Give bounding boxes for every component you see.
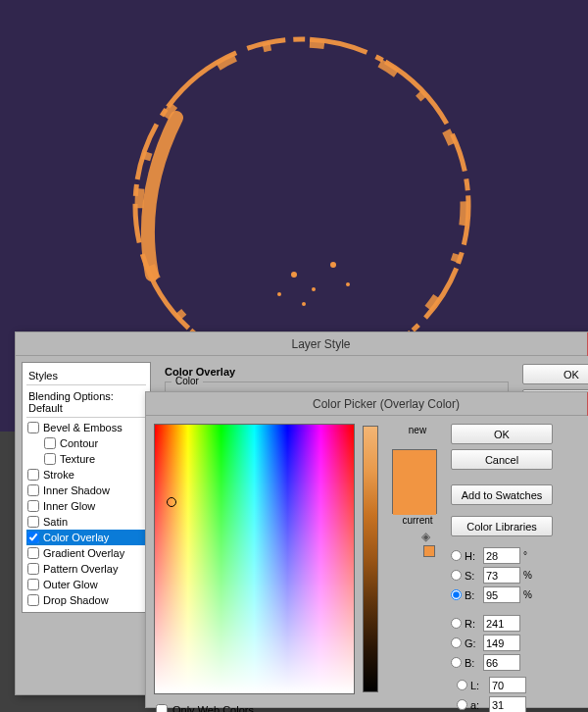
ok-button[interactable]: OK (451, 424, 553, 444)
r-radio[interactable] (451, 618, 462, 629)
layer-style-title: Layer Style (291, 337, 350, 351)
new-label: new (392, 425, 443, 435)
s-input[interactable] (483, 567, 520, 584)
new-color-swatch (393, 450, 436, 483)
style-item-gradient-overlay[interactable]: Gradient Overlay (26, 545, 146, 561)
section-title: Color Overlay (165, 366, 509, 378)
color-preview[interactable] (392, 449, 437, 514)
style-item-color-overlay[interactable]: Color Overlay (26, 530, 146, 545)
layer-style-titlebar[interactable]: Layer Style ✕ (16, 332, 588, 356)
controls-column: OK Cancel Add to Swatches Color Librarie… (451, 424, 588, 712)
color-picker-titlebar[interactable]: Color Picker (Overlay Color) ✕ (146, 392, 588, 416)
svg-point-6 (277, 292, 281, 296)
b-input[interactable] (483, 586, 520, 603)
style-item-texture[interactable]: Texture (26, 451, 146, 467)
checkbox[interactable] (44, 437, 56, 449)
checkbox[interactable] (27, 484, 39, 496)
hue-slider[interactable] (363, 426, 378, 692)
checkbox[interactable] (44, 453, 56, 465)
svg-point-9 (346, 282, 350, 286)
g-input[interactable] (483, 635, 520, 651)
bl-radio[interactable] (451, 657, 462, 668)
color-spectrum[interactable] (154, 424, 355, 694)
svg-point-4 (291, 272, 297, 278)
style-item-inner-shadow[interactable]: Inner Shadow (26, 483, 146, 498)
current-color-swatch (393, 483, 436, 515)
color-picker-dialog: Color Picker (Overlay Color) ✕ Only Web … (145, 391, 588, 708)
cancel-button[interactable]: Cancel (451, 449, 553, 470)
gamut-warning-icon[interactable]: ◈ (421, 530, 434, 542)
add-swatches-button[interactable]: Add to Swatches (451, 484, 553, 505)
style-item-drop-shadow[interactable]: Drop Shadow (26, 592, 146, 608)
preview-column: new current ◈ (392, 424, 443, 712)
a-radio[interactable] (457, 699, 467, 710)
styles-list: Styles Blending Options: Default Bevel &… (22, 362, 151, 613)
svg-point-5 (312, 287, 316, 291)
group-label: Color (172, 376, 203, 386)
checkbox[interactable] (27, 563, 39, 575)
style-item-bevel[interactable]: Bevel & Emboss (26, 420, 146, 435)
only-web-colors-label: Only Web Colors (172, 704, 254, 712)
style-item-outer-glow[interactable]: Outer Glow (26, 577, 146, 592)
spectrum-cursor-icon[interactable] (167, 497, 176, 507)
checkbox[interactable] (27, 500, 39, 512)
only-web-colors-checkbox[interactable] (156, 704, 168, 712)
a-input[interactable] (489, 696, 526, 712)
ok-button[interactable]: OK (522, 364, 588, 384)
g-radio[interactable] (451, 637, 462, 648)
r-input[interactable] (483, 615, 520, 632)
l-input[interactable] (489, 677, 526, 693)
svg-point-8 (302, 302, 306, 306)
style-item-satin[interactable]: Satin (26, 514, 146, 530)
color-libraries-button[interactable]: Color Libraries (451, 516, 553, 536)
h-radio[interactable] (451, 550, 462, 561)
style-item-pattern-overlay[interactable]: Pattern Overlay (26, 561, 146, 577)
style-item-inner-glow[interactable]: Inner Glow (26, 498, 146, 514)
styles-header[interactable]: Styles (26, 367, 146, 385)
checkbox[interactable] (27, 594, 39, 606)
blending-options-header[interactable]: Blending Options: Default (26, 387, 146, 418)
checkbox[interactable] (27, 547, 39, 559)
h-input[interactable] (483, 547, 520, 564)
hue-column (363, 424, 384, 694)
websafe-swatch-icon[interactable] (423, 545, 435, 557)
s-radio[interactable] (451, 570, 462, 581)
style-item-stroke[interactable]: Stroke (26, 467, 146, 483)
bl-input[interactable] (483, 654, 520, 671)
checkbox[interactable] (27, 532, 39, 543)
current-label: current (392, 515, 443, 526)
style-item-contour[interactable]: Contour (26, 435, 146, 451)
svg-point-7 (330, 262, 336, 268)
checkbox[interactable] (27, 516, 39, 528)
checkbox[interactable] (27, 469, 39, 481)
l-radio[interactable] (457, 680, 467, 690)
checkbox[interactable] (27, 422, 39, 433)
color-picker-title: Color Picker (Overlay Color) (313, 397, 460, 411)
b-radio[interactable] (451, 589, 462, 600)
checkbox[interactable] (27, 579, 39, 590)
